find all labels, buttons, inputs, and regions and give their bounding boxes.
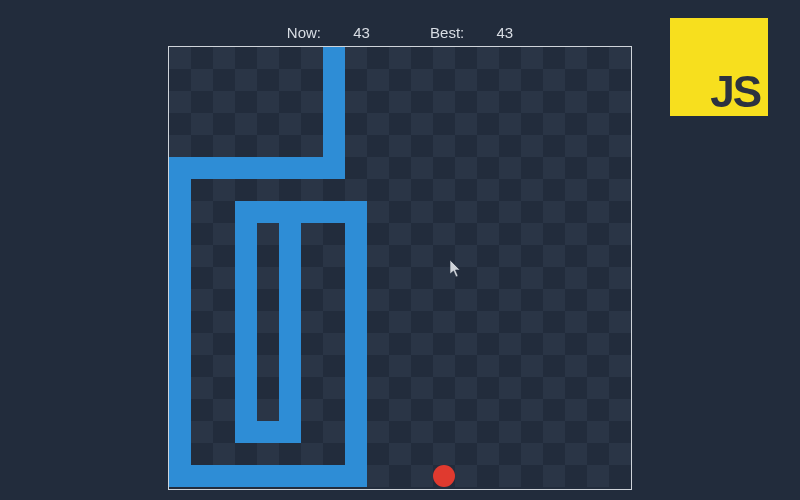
snake-segment	[279, 311, 301, 333]
grid-cell	[455, 223, 477, 245]
grid-cell	[411, 443, 433, 465]
snake-segment	[235, 377, 257, 399]
js-logo: JS	[670, 18, 768, 116]
grid-cell	[499, 113, 521, 135]
grid-cell	[345, 69, 367, 91]
grid-cell	[565, 443, 587, 465]
snake-segment	[279, 157, 301, 179]
grid-cell	[235, 91, 257, 113]
grid-cell	[213, 399, 235, 421]
grid-cell	[499, 69, 521, 91]
grid-cell	[389, 47, 411, 69]
grid-cell	[521, 135, 543, 157]
grid-cell	[235, 443, 257, 465]
grid-cell	[257, 179, 279, 201]
grid-cell	[389, 289, 411, 311]
grid-cell	[499, 201, 521, 223]
grid-cell	[301, 267, 323, 289]
grid-cell	[609, 355, 631, 377]
score-best-value: 43	[496, 24, 513, 41]
grid-cell	[565, 113, 587, 135]
grid-cell	[367, 443, 389, 465]
snake-segment	[169, 201, 191, 223]
grid-cell	[521, 69, 543, 91]
grid-cell	[367, 245, 389, 267]
grid-cell	[389, 113, 411, 135]
grid-cell	[433, 157, 455, 179]
snake-segment	[279, 421, 301, 443]
snake-segment	[301, 465, 323, 487]
snake-segment	[213, 157, 235, 179]
snake-segment	[235, 157, 257, 179]
grid-cell	[543, 157, 565, 179]
snake-segment	[345, 267, 367, 289]
grid-cell	[455, 69, 477, 91]
grid-cell	[609, 289, 631, 311]
grid-cell	[455, 201, 477, 223]
grid-cell	[213, 289, 235, 311]
grid-cell	[609, 179, 631, 201]
grid-cell	[345, 135, 367, 157]
grid-cell	[587, 465, 609, 487]
grid-cell	[455, 47, 477, 69]
grid-cell	[543, 135, 565, 157]
grid-cell	[257, 91, 279, 113]
grid-cell	[411, 201, 433, 223]
grid-cell	[609, 47, 631, 69]
grid-cell	[587, 289, 609, 311]
grid-cell	[609, 223, 631, 245]
grid-cell	[587, 113, 609, 135]
snake-segment	[345, 399, 367, 421]
grid-cell	[301, 179, 323, 201]
snake-segment	[235, 201, 257, 223]
grid-cell	[455, 113, 477, 135]
grid-cell	[257, 267, 279, 289]
grid-cell	[257, 245, 279, 267]
snake-segment	[169, 443, 191, 465]
grid-cell	[301, 69, 323, 91]
grid-cell	[477, 245, 499, 267]
grid-cell	[411, 157, 433, 179]
grid-cell	[565, 245, 587, 267]
snake-segment	[323, 47, 345, 69]
grid-cell	[389, 377, 411, 399]
snake-segment	[257, 465, 279, 487]
grid-cell	[169, 113, 191, 135]
grid-cell	[565, 377, 587, 399]
grid-cell	[191, 355, 213, 377]
grid-cell	[389, 399, 411, 421]
score-best-label: Best:	[430, 24, 464, 41]
snake-segment	[345, 355, 367, 377]
grid-cell	[279, 179, 301, 201]
grid-cell	[499, 311, 521, 333]
snake-segment	[323, 69, 345, 91]
grid-cell	[389, 69, 411, 91]
grid-cell	[477, 311, 499, 333]
grid-cell	[411, 47, 433, 69]
grid-cell	[301, 113, 323, 135]
grid-cell	[455, 421, 477, 443]
grid-cell	[587, 179, 609, 201]
grid-cell	[499, 179, 521, 201]
grid-cell	[257, 311, 279, 333]
grid-cell	[587, 69, 609, 91]
grid-cell	[367, 201, 389, 223]
grid-cell	[521, 399, 543, 421]
grid-cell	[455, 91, 477, 113]
food	[433, 465, 455, 487]
snake-segment	[279, 267, 301, 289]
grid-cell	[323, 421, 345, 443]
grid-cell	[389, 333, 411, 355]
grid-cell	[279, 47, 301, 69]
grid-cell	[191, 201, 213, 223]
snake-segment	[191, 465, 213, 487]
grid-cell	[565, 333, 587, 355]
grid-cell	[433, 377, 455, 399]
game-board[interactable]	[168, 46, 632, 490]
snake-segment	[345, 377, 367, 399]
grid-cell	[477, 91, 499, 113]
grid-cell	[257, 135, 279, 157]
grid-cell	[213, 135, 235, 157]
snake-segment	[279, 399, 301, 421]
grid-cell	[235, 47, 257, 69]
